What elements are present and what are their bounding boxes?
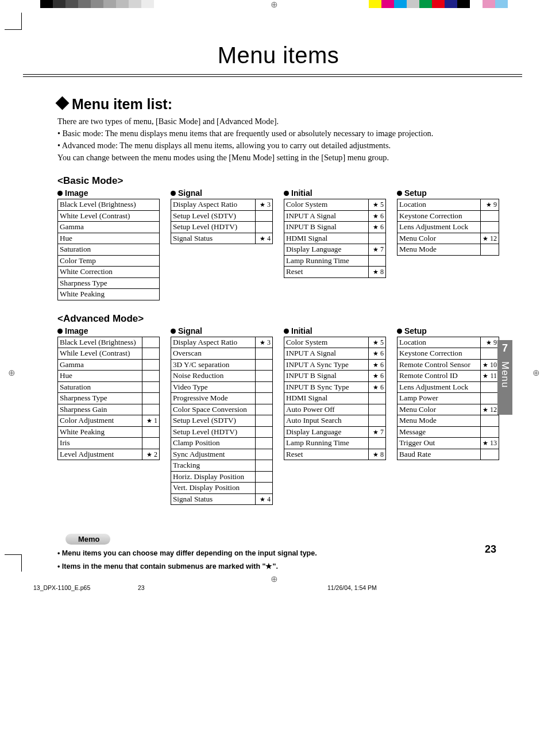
color-swatch (103, 0, 116, 8)
table-row: White Peaking (58, 289, 160, 300)
submenu-mark: ★ 9 (481, 199, 499, 211)
color-swatch (394, 0, 407, 8)
menu-item-label: Display Aspect Ratio (171, 337, 256, 348)
table-row: Black Level (Brightness) (58, 199, 160, 211)
color-swatch (53, 0, 65, 8)
submenu-mark (256, 449, 273, 460)
menu-item-label: Keystone Correction (398, 348, 481, 360)
menu-item-label: Color System (284, 337, 369, 348)
menu-item-label: Menu Mode (398, 415, 481, 427)
menu-item-label: White Level (Contrast) (58, 210, 160, 222)
group-heading: Signal (171, 326, 273, 335)
menu-item-label: Hue (58, 233, 160, 244)
submenu-mark (142, 371, 160, 382)
submenu-mark (142, 348, 160, 360)
menu-item-label: Sharpness Gain (58, 404, 142, 415)
bullet-icon (284, 329, 289, 334)
menu-item-table: Location★ 9Keystone CorrectionRemote Con… (397, 337, 499, 461)
color-swatch (369, 0, 381, 8)
submenu-mark (256, 471, 273, 483)
menu-group: ImageBlack Level (Brightness)While Level… (57, 326, 160, 461)
table-row: INPUT B Sync Type★ 6 (284, 381, 386, 393)
chapter-number: 7 (497, 342, 512, 354)
submenu-mark (481, 393, 499, 404)
submenu-mark (481, 222, 499, 233)
menu-item-label: HDMI Signal (284, 233, 369, 244)
submenu-mark: ★ 6 (369, 210, 386, 222)
submenu-mark: ★ 12 (481, 404, 499, 415)
submenu-mark: ★ 8 (369, 267, 386, 278)
table-row: Baud Rate (398, 449, 499, 460)
menu-item-label: Display Language (284, 426, 369, 438)
menu-item-label: Location (398, 337, 481, 348)
menu-item-label: HDMI Signal (284, 393, 369, 404)
menu-item-label: Color System (284, 199, 369, 211)
advanced-mode-heading: <Advanced Mode> (57, 313, 499, 325)
table-row: Reset★ 8 (284, 449, 386, 460)
menu-item-label: Level Adjustment (58, 449, 142, 460)
table-row: Setup Level (HDTV) (171, 426, 273, 438)
menu-item-label: Video Type (171, 381, 256, 393)
group-heading: Setup (397, 188, 499, 198)
menu-item-label: Iris (58, 438, 142, 449)
memo-section: Memo • Menu items you can choose may dif… (57, 534, 499, 570)
menu-item-label: INPUT B Signal (284, 222, 369, 233)
menu-item-label: Setup Level (HDTV) (171, 426, 256, 438)
submenu-mark (142, 404, 160, 415)
table-row: Setup Level (SDTV) (171, 210, 273, 222)
table-row: Gamma (58, 222, 160, 233)
menu-item-label: Setup Level (SDTV) (171, 415, 256, 427)
table-row: Signal Status★ 4 (171, 493, 273, 505)
menu-item-label: Auto Power Off (284, 404, 369, 415)
table-row: Color Space Conversion (171, 404, 273, 415)
table-row: Setup Level (HDTV) (171, 222, 273, 233)
color-swatch (40, 0, 53, 8)
page-title: Menu items (57, 43, 499, 68)
table-row: Lamp Power (398, 393, 499, 404)
menu-item-label: INPUT B Sync Type (284, 381, 369, 393)
table-row: Noise Reduction (171, 371, 273, 382)
menu-item-label: Lens Adjustment Lock (398, 381, 481, 393)
submenu-mark (142, 393, 160, 404)
submenu-mark (256, 426, 273, 438)
submenu-mark: ★ 6 (369, 381, 386, 393)
menu-item-label: Color Space Conversion (171, 404, 256, 415)
registration-mark-icon: ⊕ (271, 574, 278, 584)
menu-item-table: Color System★ 5INPUT A Signal★ 6INPUT A … (284, 337, 386, 461)
menu-item-label: Sharpness Type (58, 393, 142, 404)
submenu-mark: ★ 5 (369, 337, 386, 348)
submenu-mark (369, 393, 386, 404)
table-row: Auto Input Search (284, 415, 386, 427)
basic-mode-columns: ImageBlack Level (Brightness)White Level… (57, 188, 499, 300)
submenu-mark (481, 426, 499, 438)
submenu-mark (369, 438, 386, 449)
color-swatch (381, 0, 394, 8)
table-row: Reset★ 8 (284, 267, 386, 278)
bullet-icon (284, 191, 289, 196)
menu-item-label: Location (398, 199, 481, 211)
submenu-mark: ★ 6 (369, 348, 386, 360)
table-row: Saturation (58, 244, 160, 256)
table-row: Horiz. Display Position (171, 471, 273, 483)
table-row: Clamp Position (171, 438, 273, 449)
submenu-mark: ★ 6 (369, 222, 386, 233)
submenu-mark (256, 438, 273, 449)
submenu-mark: ★ 5 (369, 199, 386, 211)
menu-item-label: Gamma (58, 222, 160, 233)
group-heading: Setup (397, 326, 499, 335)
table-row: Level Adjustment★ 2 (58, 449, 160, 460)
menu-group: InitialColor System★ 5INPUT A Signal★ 6I… (284, 188, 386, 278)
submenu-mark: ★ 3 (256, 199, 273, 211)
menu-item-label: Remote Control Sensor (398, 359, 481, 371)
table-row: Menu Mode (398, 415, 499, 427)
memo-line: • Items in the menu that contain submenu… (57, 562, 499, 570)
submenu-mark: ★ 7 (369, 244, 386, 256)
color-swatch (407, 0, 419, 8)
submenu-mark (256, 222, 273, 233)
menu-group: SignalDisplay Aspect Ratio★ 3Setup Level… (171, 188, 273, 244)
memo-line: • Menu items you can choose may differ d… (57, 549, 499, 557)
table-row: Black Level (Brightness) (58, 337, 160, 348)
table-row: INPUT B Signal★ 6 (284, 222, 386, 233)
table-row: Video Type (171, 381, 273, 393)
submenu-mark: ★ 13 (481, 438, 499, 449)
